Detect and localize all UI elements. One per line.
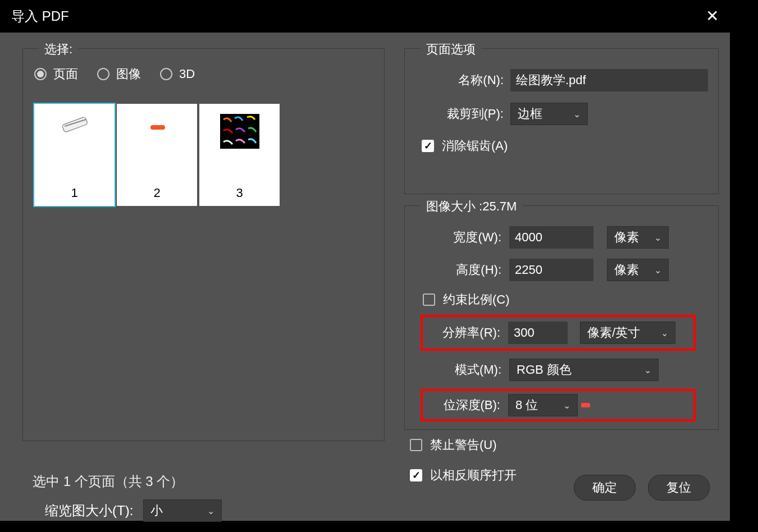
radio-images[interactable]: 图像 <box>97 66 141 82</box>
thumbsize-value: 小 <box>150 502 163 519</box>
titlebar: 导入 PDF ✕ <box>0 0 730 33</box>
ok-label: 确定 <box>592 479 617 496</box>
thumb-number: 1 <box>71 186 77 200</box>
resolution-label: 分辨率(R): <box>428 324 500 341</box>
constrain-label: 约束比例(C) <box>443 291 510 308</box>
width-label: 宽度(W): <box>436 229 501 246</box>
crop-label: 裁剪到(P): <box>431 106 504 122</box>
select-legend: 选择: <box>39 41 78 58</box>
thumb3-art-icon <box>220 114 259 149</box>
width-input[interactable] <box>509 226 593 249</box>
reset-label: 复位 <box>666 479 691 496</box>
image-size-fieldset: 图像大小 :25.7M 宽度(W): 像素 ⌄ 高度(H): 像素 ⌄ <box>404 205 719 430</box>
thumbsize-select[interactable]: 小 ⌄ <box>143 499 222 522</box>
radio-circle-icon <box>97 68 109 80</box>
indicator-icon <box>581 403 590 407</box>
antialias-checkbox[interactable]: 消除锯齿(A) <box>422 137 508 154</box>
bitdepth-highlight: 位深度(B): 8 位 ⌄ <box>421 389 696 421</box>
thumbnail-1[interactable]: 1 <box>34 104 115 206</box>
crop-select[interactable]: 边框 ⌄ <box>510 103 588 125</box>
bitdepth-label: 位深度(B): <box>428 397 500 414</box>
select-fieldset: 选择: 页面 图像 3D <box>22 48 385 441</box>
radio-3d[interactable]: 3D <box>160 67 195 81</box>
thumb1-art-icon <box>58 114 92 134</box>
antialias-label: 消除锯齿(A) <box>442 137 508 154</box>
thumb-number: 2 <box>153 186 160 200</box>
height-unit-value: 像素 <box>614 262 639 278</box>
checkbox-box-icon <box>410 469 422 481</box>
thumb2-art-icon <box>140 114 174 134</box>
page-options-fieldset: 页面选项 名称(N): 裁剪到(P): 边框 ⌄ 消除锯齿(A) <box>404 48 719 194</box>
suppress-label: 禁止警告(U) <box>430 437 497 453</box>
chevron-down-icon: ⌄ <box>207 506 214 516</box>
chevron-down-icon: ⌄ <box>644 365 651 375</box>
svg-rect-0 <box>62 117 88 132</box>
mode-select[interactable]: RGB 颜色 ⌄ <box>509 359 659 381</box>
image-size-legend: 图像大小 :25.7M <box>421 198 522 215</box>
crop-value: 边框 <box>518 106 542 122</box>
page-options-legend: 页面选项 <box>421 41 481 58</box>
radio-pages[interactable]: 页面 <box>34 66 78 82</box>
suppress-warnings-checkbox[interactable]: 禁止警告(U) <box>410 437 497 453</box>
thumbsize-row: 缩览图大小(T): 小 ⌄ <box>45 499 222 522</box>
selection-status: 选中 1 个页面（共 3 个） <box>33 473 184 490</box>
chevron-down-icon: ⌄ <box>654 232 661 243</box>
radio-circle-icon <box>160 68 172 80</box>
chevron-down-icon: ⌄ <box>563 400 570 411</box>
resolution-input[interactable] <box>508 322 568 344</box>
constrain-checkbox[interactable]: 约束比例(C) <box>423 291 510 308</box>
close-icon[interactable]: ✕ <box>706 7 719 25</box>
thumbsize-label: 缩览图大小(T): <box>45 502 133 520</box>
resolution-highlight: 分辨率(R): 像素/英寸 ⌄ <box>421 315 696 351</box>
checkbox-box-icon <box>422 140 434 152</box>
name-input[interactable] <box>510 69 708 91</box>
dialog-body: 选择: 页面 图像 3D <box>0 33 730 521</box>
resolution-unit-select[interactable]: 像素/英寸 ⌄ <box>580 322 675 344</box>
bitdepth-select[interactable]: 8 位 ⌄ <box>508 394 578 416</box>
name-label: 名称(N): <box>443 72 504 89</box>
reverse-order-checkbox[interactable]: 以相反顺序打开 <box>410 467 517 484</box>
thumb-number: 3 <box>236 186 243 200</box>
resolution-unit-value: 像素/英寸 <box>587 324 640 341</box>
buttons-row: 确定 复位 <box>574 475 710 501</box>
ok-button[interactable]: 确定 <box>574 475 636 501</box>
import-pdf-dialog: 导入 PDF ✕ 选择: 页面 图像 3D <box>0 0 730 521</box>
reverse-label: 以相反顺序打开 <box>430 467 517 484</box>
dialog-title: 导入 PDF <box>11 7 69 25</box>
svg-rect-1 <box>150 125 165 130</box>
radio-pages-label: 页面 <box>53 66 78 82</box>
checkbox-box-icon <box>410 439 422 451</box>
height-input[interactable] <box>509 259 593 281</box>
chevron-down-icon: ⌄ <box>654 265 661 276</box>
thumbnail-3[interactable]: 3 <box>199 104 280 206</box>
radio-3d-label: 3D <box>179 67 195 81</box>
checkbox-box-icon <box>423 293 435 306</box>
height-label: 高度(H): <box>436 262 501 278</box>
reset-button[interactable]: 复位 <box>648 475 710 501</box>
width-unit-value: 像素 <box>614 229 639 246</box>
radio-circle-icon <box>34 68 47 80</box>
width-unit-select[interactable]: 像素 ⌄ <box>607 226 669 249</box>
radio-images-label: 图像 <box>116 66 141 82</box>
thumbs-row: 1 2 <box>34 104 280 206</box>
chevron-down-icon: ⌄ <box>661 328 668 338</box>
bitdepth-value: 8 位 <box>515 397 538 414</box>
mode-label: 模式(M): <box>437 361 501 378</box>
chevron-down-icon: ⌄ <box>573 109 581 120</box>
mode-value: RGB 颜色 <box>517 361 572 378</box>
thumbnail-2[interactable]: 2 <box>117 104 197 206</box>
select-radios: 页面 图像 3D <box>34 66 195 82</box>
height-unit-select[interactable]: 像素 ⌄ <box>607 259 669 281</box>
